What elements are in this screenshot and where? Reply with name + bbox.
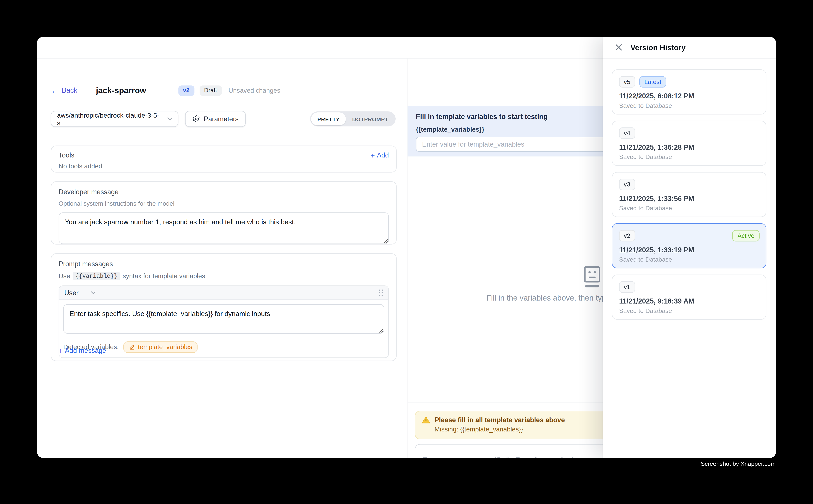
app-window: ← Back jack-sparrow v2 Draft Unsaved cha… [37, 37, 776, 458]
hint-prefix: Use [59, 272, 70, 280]
model-selector-value: aws/anthropic/bedrock-claude-3-5-s... [57, 111, 167, 127]
chevron-down-icon [167, 117, 173, 121]
version-id-badge: v1 [619, 281, 635, 293]
version-history-panel: Version History v5 Latest 11/22/2025, 6:… [603, 37, 776, 458]
developer-message-section: Developer message Optional system instru… [51, 181, 397, 244]
version-list: v5 Latest 11/22/2025, 6:08:12 PM Saved t… [603, 59, 776, 320]
developer-message-textarea[interactable]: You are jack sparrow number 1, respond a… [59, 212, 389, 244]
role-dropdown[interactable]: User [64, 289, 96, 296]
version-badge: v2 [178, 85, 194, 96]
add-tool-label: Add [377, 151, 389, 159]
back-arrow-icon: ← [51, 87, 59, 94]
version-state-badge: Latest [639, 76, 667, 88]
version-card[interactable]: v1 11/21/2025, 9:16:39 AM Saved to Datab… [612, 275, 766, 320]
developer-message-title: Developer message [59, 188, 389, 196]
warning-triangle-icon [421, 416, 430, 424]
toggle-pretty[interactable]: PRETTY [311, 112, 346, 125]
empty-state-text: Fill in the variables above, then typ [486, 293, 606, 302]
unsaved-changes-text: Unsaved changes [229, 87, 280, 94]
version-status: Saved to Database [619, 205, 759, 212]
variable-syntax-chip: {{variable}} [73, 272, 120, 280]
add-tool-button[interactable]: + Add [370, 151, 389, 159]
drag-handle[interactable] [379, 289, 383, 296]
version-badge-row: v5 Latest [619, 76, 759, 88]
version-badge-row: v3 [619, 179, 759, 190]
message-body: Enter task specifics. Use {{template_var… [59, 300, 388, 338]
prompt-messages-hint: Use {{variable}} syntax for template var… [59, 272, 389, 280]
toggle-dotprompt[interactable]: DOTPROMPT [346, 112, 394, 125]
parameters-label: Parameters [204, 115, 239, 123]
screenshot-stage: ← Back jack-sparrow v2 Draft Unsaved cha… [0, 0, 813, 504]
version-timestamp: 11/21/2025, 1:36:28 PM [619, 143, 759, 151]
gear-icon [192, 115, 200, 123]
version-card[interactable]: v3 11/21/2025, 1:33:56 PM Saved to Datab… [612, 172, 766, 217]
add-message-label: Add message [65, 347, 106, 354]
detected-variables-row: Detected variables: template_variables [59, 338, 388, 358]
close-icon[interactable] [614, 43, 623, 52]
draft-badge: Draft [199, 85, 222, 96]
prompt-messages-section: Prompt messages Use {{variable}} syntax … [51, 253, 397, 361]
message-block: User Enter task specifics. Use {{templat… [59, 285, 389, 358]
plus-icon: + [59, 347, 63, 354]
hint-suffix: syntax for template variables [123, 272, 205, 280]
version-timestamp: 11/22/2025, 6:08:12 PM [619, 92, 759, 100]
version-history-title: Version History [631, 43, 686, 52]
prompt-messages-title: Prompt messages [59, 260, 389, 268]
user-message-textarea[interactable]: Enter task specifics. Use {{template_var… [63, 304, 384, 334]
version-status: Saved to Database [619, 102, 759, 109]
version-status: Saved to Database [619, 153, 759, 161]
add-message-button[interactable]: + Add message [59, 347, 106, 354]
version-id-badge: v3 [619, 179, 635, 190]
version-badge-row: v4 [619, 127, 759, 139]
page-title: jack-sparrow [96, 86, 146, 95]
watermark-text: Screenshot by Xnapper.com [701, 461, 776, 467]
pencil-icon [128, 344, 135, 350]
template-variable-chip-label: template_variables [138, 343, 192, 351]
back-button[interactable]: ← Back [51, 87, 77, 94]
version-timestamp: 11/21/2025, 1:33:56 PM [619, 195, 759, 203]
version-status: Saved to Database [619, 307, 759, 314]
version-status: Saved to Database [619, 256, 759, 263]
version-card[interactable]: v4 11/21/2025, 1:36:28 PM Saved to Datab… [612, 121, 766, 166]
version-id-badge: v5 [619, 76, 635, 88]
version-card[interactable]: v5 Latest 11/22/2025, 6:08:12 PM Saved t… [612, 69, 766, 114]
back-label: Back [62, 87, 77, 94]
template-variable-chip[interactable]: template_variables [123, 341, 197, 353]
tools-empty-text: No tools added [59, 163, 389, 170]
chevron-down-icon [91, 291, 96, 294]
model-toolbar: aws/anthropic/bedrock-claude-3-5-s... Pa… [51, 111, 396, 127]
breadcrumb-row: ← Back jack-sparrow v2 Draft Unsaved cha… [51, 85, 280, 96]
model-selector[interactable]: aws/anthropic/bedrock-claude-3-5-s... [51, 111, 178, 127]
plus-icon: + [370, 152, 375, 159]
version-state-badge: Active [732, 230, 760, 241]
version-history-header: Version History [603, 37, 776, 59]
role-value: User [64, 289, 78, 296]
version-card[interactable]: v2 Active 11/21/2025, 1:33:19 PM Saved t… [612, 223, 766, 268]
robot-icon [582, 266, 602, 289]
version-timestamp: 11/21/2025, 9:16:39 AM [619, 297, 759, 305]
version-id-badge: v2 [619, 230, 635, 241]
version-timestamp: 11/21/2025, 1:33:19 PM [619, 246, 759, 254]
version-id-badge: v4 [619, 127, 635, 139]
message-header: User [59, 286, 388, 300]
prompt-editor-column: ← Back jack-sparrow v2 Draft Unsaved cha… [37, 59, 407, 458]
tools-title: Tools [59, 151, 74, 159]
version-badge-row: v2 Active [619, 230, 759, 241]
warning-title: Please fill in all template variables ab… [435, 416, 565, 424]
version-badge-row: v1 [619, 281, 759, 293]
parameters-button[interactable]: Parameters [185, 111, 246, 127]
view-mode-toggle: PRETTY DOTPROMPT [310, 111, 396, 126]
tools-section: Tools + Add No tools added [51, 146, 397, 173]
developer-message-subtitle: Optional system instructions for the mod… [59, 200, 389, 207]
